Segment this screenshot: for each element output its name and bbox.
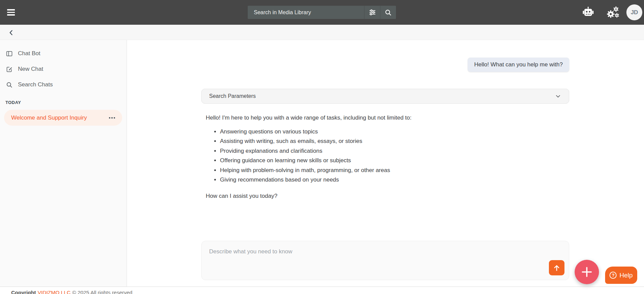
message-input[interactable]	[202, 241, 569, 280]
settings-button[interactable]	[605, 4, 621, 21]
chat-history-item[interactable]: Welcome and Support Inquiry	[4, 110, 122, 126]
bot-bullet-item: Offering guidance on learning new skills…	[220, 156, 569, 165]
chat-history-section-label: TODAY	[5, 100, 127, 105]
search-input[interactable]	[248, 6, 364, 19]
plus-icon	[581, 267, 592, 277]
search-parameters-accordion[interactable]: Search Parameters	[201, 89, 569, 104]
sidebar-item-label: Chat Bot	[18, 50, 40, 57]
bot-intro-text: Hello! I'm here to help you with a wide …	[206, 113, 569, 122]
sidebar-item-search-chats[interactable]: Search Chats	[0, 77, 127, 92]
gears-icon	[606, 5, 620, 20]
robot-icon	[581, 5, 595, 19]
question-circle-icon: ?	[609, 272, 617, 279]
user-avatar[interactable]: JD	[626, 4, 642, 20]
chat-sidebar: Chat Bot New Chat Search Chats TODAY Wel…	[0, 40, 127, 287]
bot-bullet-item: Helping with problem-solving in math, pr…	[220, 166, 569, 175]
sidebar-item-label: Search Chats	[18, 81, 53, 88]
top-bar: JD	[0, 0, 644, 25]
search-icon	[384, 9, 392, 16]
chevron-down-icon	[555, 93, 561, 100]
help-button[interactable]: ? Help	[605, 267, 637, 284]
copyright-footer: CopyrightVIDIZMO LLC© 2025 All rights re…	[0, 287, 644, 294]
user-message-bubble: Hello! What can you help me with?	[468, 58, 569, 72]
sidebar-item-label: New Chat	[18, 66, 43, 72]
chat-history-item-title: Welcome and Support Inquiry	[11, 114, 108, 121]
chat-item-options-button[interactable]	[108, 117, 116, 119]
chatbot-assistant-button[interactable]	[580, 4, 596, 20]
hamburger-menu-button[interactable]	[7, 8, 17, 17]
chevron-left-icon	[8, 29, 15, 36]
compose-edit-icon	[5, 65, 13, 73]
ellipsis-icon	[108, 117, 116, 119]
send-message-button[interactable]	[549, 260, 564, 275]
search-filter-button[interactable]	[364, 6, 380, 19]
accordion-label: Search Parameters	[209, 93, 555, 99]
tune-filter-icon	[369, 8, 376, 16]
bot-message: Hello! I'm here to help you with a wide …	[206, 113, 569, 200]
bot-bullet-item: Giving recommendations based on your nee…	[220, 175, 569, 185]
search-icon	[5, 81, 13, 88]
company-link[interactable]: VIDIZMO LLC	[38, 290, 70, 294]
search-submit-button[interactable]	[380, 6, 396, 19]
chat-main-area: Hello! What can you help me with? Search…	[127, 40, 644, 287]
secondary-bar	[0, 25, 644, 40]
bot-bullet-item: Assisting with writing, such as emails, …	[220, 136, 569, 146]
arrow-up-icon	[553, 264, 561, 272]
panel-layout-icon	[5, 50, 13, 57]
sidebar-item-new-chat[interactable]: New Chat	[0, 61, 127, 77]
bot-bullet-item: Answering questions on various topics	[220, 127, 569, 136]
bot-bullet-item: Providing explanations and clarification…	[220, 146, 569, 156]
copyright-word: Copyright	[11, 290, 36, 294]
new-chat-fab-button[interactable]	[575, 260, 599, 284]
sidebar-item-chat-bot[interactable]: Chat Bot	[0, 46, 127, 61]
bot-bullet-list: Answering questions on various topicsAss…	[206, 127, 569, 185]
bot-outro-text: How can I assist you today?	[206, 192, 569, 200]
media-library-search	[248, 6, 396, 19]
collapse-back-button[interactable]	[7, 28, 16, 37]
rights-text: © 2025 All rights reserved	[72, 290, 133, 294]
message-input-container	[201, 241, 569, 280]
help-button-label: Help	[619, 272, 632, 279]
